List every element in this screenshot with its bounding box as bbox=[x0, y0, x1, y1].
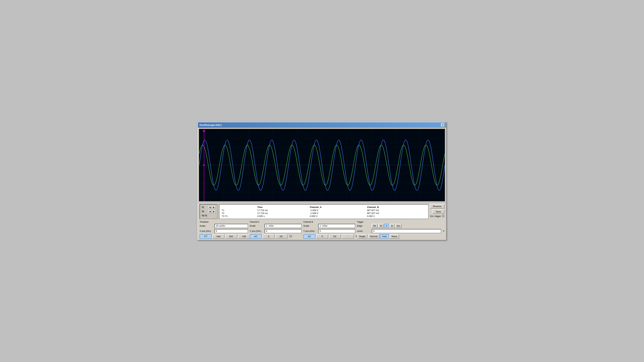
timebase-ba-btn[interactable]: B/A bbox=[225, 234, 237, 239]
cursor-t1-marker bbox=[203, 130, 206, 132]
cursor-t1-label: T1 bbox=[202, 206, 207, 209]
oscilloscope-window: Oscilloscope-XSC1 × T1 ◀ ▶ T2 ◀ ▶ bbox=[198, 122, 446, 240]
col-header-time: Time bbox=[257, 206, 310, 209]
ext-trigger-row: Ext. trigger bbox=[430, 215, 444, 218]
channel-a-scale-label: Scale: bbox=[250, 225, 264, 227]
table-row: T2-T1 0.000 s 0.000 V 0.000 V bbox=[222, 215, 426, 218]
settings-row: Timebase Scale: X pos.(Div): Y/T Add B/A… bbox=[200, 221, 444, 239]
channel-a-ypos-label: Y pos.(Div): bbox=[250, 230, 264, 232]
channel-b-radio[interactable] bbox=[356, 235, 356, 238]
title-bar: Oscilloscope-XSC1 × bbox=[198, 122, 446, 128]
save-button[interactable]: Save bbox=[432, 210, 444, 214]
row-t2t1-chb: 0.000 V bbox=[367, 215, 426, 218]
row-t2-time: 17.716 ms bbox=[257, 212, 310, 215]
channel-a-radio[interactable] bbox=[290, 235, 292, 238]
trigger-auto-btn[interactable]: Auto bbox=[380, 234, 389, 239]
timebase-scale-row: Scale: bbox=[200, 224, 248, 228]
row-t1-chb: 907.927 mV bbox=[367, 209, 426, 212]
oscilloscope-screen bbox=[199, 129, 445, 202]
cursor-t1-left[interactable]: ◀ bbox=[208, 206, 212, 209]
reverse-save-area: Reverse Save Ext. trigger bbox=[430, 204, 444, 219]
measurements-row: T1 ◀ ▶ T2 ◀ ▶ T2-T1 bbox=[200, 204, 444, 219]
channel-a-title: Channel A bbox=[250, 221, 302, 223]
channel-b-scale-row: Scale: bbox=[303, 224, 355, 228]
channel-b-minus-btn[interactable]: - bbox=[342, 234, 354, 239]
trigger-level-label: Level: bbox=[357, 230, 371, 232]
timebase-scale-label: Scale: bbox=[200, 225, 214, 227]
channel-b-title: Channel B bbox=[303, 221, 355, 223]
trigger-edge-falling[interactable]: ∇ bbox=[378, 224, 384, 228]
trigger-edge-rising[interactable]: Ǒ# bbox=[372, 224, 378, 228]
channel-a-scale-input[interactable] bbox=[264, 224, 302, 228]
channel-a-coupling-buttons: AC 0 DC bbox=[250, 234, 302, 239]
table-row: T1 17.716 ms -1.839 V 907.927 mV bbox=[222, 209, 426, 212]
cursor-t2t1-label: T2-T1 bbox=[202, 215, 207, 217]
row-t2-chb: 907.927 mV bbox=[367, 212, 426, 215]
trigger-level-input[interactable] bbox=[372, 229, 441, 233]
window-title: Oscilloscope-XSC1 bbox=[200, 124, 222, 126]
row-t1-cha: -1.839 V bbox=[310, 209, 367, 212]
timebase-section: Timebase Scale: X pos.(Div): Y/T Add B/A… bbox=[200, 221, 248, 239]
trigger-section: Trigger Edge: Ǒ# ∇ A B Ext Level: V Sing… bbox=[357, 221, 444, 239]
table-row: T2 17.716 ms -1.839 V 907.927 mV bbox=[222, 212, 426, 215]
channel-b-ypos-label: Y pos.(Div): bbox=[303, 230, 317, 232]
cursor-t2-marker bbox=[203, 164, 205, 166]
timebase-scale-input[interactable] bbox=[214, 224, 248, 228]
row-t2-label: T2 bbox=[222, 212, 257, 215]
close-button[interactable]: × bbox=[441, 123, 444, 127]
channel-b-dc-btn[interactable]: DC bbox=[329, 234, 341, 239]
channel-a-dc-btn[interactable]: DC bbox=[275, 234, 288, 239]
channel-b-ypos-input[interactable] bbox=[318, 229, 355, 233]
trigger-none-btn[interactable]: None bbox=[390, 234, 399, 239]
cursor-t1-right[interactable]: ▶ bbox=[212, 206, 216, 209]
trigger-edge-b[interactable]: B bbox=[390, 224, 394, 228]
ext-trigger-radio[interactable] bbox=[442, 215, 444, 217]
channel-b-scale-input[interactable] bbox=[318, 224, 355, 228]
row-t2t1-label: T2-T1 bbox=[222, 215, 257, 218]
trigger-edge-row: Edge: Ǒ# ∇ A B Ext bbox=[357, 224, 444, 228]
channel-b-ypos-row: Y pos.(Div): bbox=[303, 229, 355, 233]
channel-b-ac-btn[interactable]: AC bbox=[303, 234, 316, 239]
trigger-level-unit: V bbox=[443, 230, 444, 232]
ext-trigger-label: Ext. trigger bbox=[430, 215, 441, 218]
cursor-t2-arrows: ◀ ▶ bbox=[208, 210, 216, 213]
channel-a-scale-row: Scale: bbox=[250, 224, 302, 228]
col-header-cha: Channel_A bbox=[310, 206, 367, 209]
timebase-xpos-input[interactable] bbox=[214, 229, 248, 233]
row-t2t1-cha: 0.000 V bbox=[310, 215, 367, 218]
channel-b-section: Channel B Scale: Y pos.(Div): AC 0 DC - bbox=[303, 221, 355, 239]
cursor-t2-label: T2 bbox=[202, 210, 207, 213]
row-t2t1-time: 0.000 s bbox=[257, 215, 310, 218]
timebase-yt-btn[interactable]: Y/T bbox=[200, 234, 212, 239]
channel-a-ypos-input[interactable] bbox=[264, 229, 302, 233]
col-header-chb: Channel_B bbox=[367, 206, 426, 209]
trigger-title: Trigger bbox=[357, 221, 444, 223]
channel-a-ypos-row: Y pos.(Div): bbox=[250, 229, 302, 233]
trigger-single-btn[interactable]: Single bbox=[357, 234, 367, 239]
trigger-mode-row: Single Normal Auto None bbox=[357, 234, 444, 239]
cursor-t2-right[interactable]: ▶ bbox=[212, 210, 216, 213]
trigger-edge-a[interactable]: A bbox=[384, 224, 389, 228]
trigger-edge-label: Edge: bbox=[357, 225, 371, 227]
trigger-normal-btn[interactable]: Normal bbox=[368, 234, 380, 239]
timebase-mode-buttons: Y/T Add B/A A/B bbox=[200, 234, 248, 239]
reverse-button[interactable]: Reverse bbox=[430, 204, 444, 209]
row-t2-cha: -1.839 V bbox=[310, 212, 367, 215]
timebase-xpos-label: X pos.(Div): bbox=[200, 230, 214, 232]
trigger-level-row: Level: V bbox=[357, 229, 444, 233]
cursor-t1-arrows: ◀ ▶ bbox=[208, 206, 216, 209]
timebase-add-btn[interactable]: Add bbox=[212, 234, 224, 239]
channel-b-0-btn[interactable]: 0 bbox=[316, 234, 328, 239]
controls-panel: T1 ◀ ▶ T2 ◀ ▶ T2-T1 bbox=[198, 203, 446, 240]
channel-a-ac-btn[interactable]: AC bbox=[250, 234, 262, 239]
timebase-xpos-row: X pos.(Div): bbox=[200, 229, 248, 233]
measurements-table: Time Channel_A Channel_B T1 17.716 ms -1… bbox=[219, 204, 428, 219]
channel-a-0-btn[interactable]: 0 bbox=[262, 234, 274, 239]
col-header-label bbox=[222, 206, 257, 209]
trigger-edge-ext[interactable]: Ext bbox=[395, 224, 402, 228]
row-t1-label: T1 bbox=[222, 209, 257, 212]
channel-a-section: Channel A Scale: Y pos.(Div): AC 0 DC bbox=[250, 221, 302, 239]
cursor-t2-left[interactable]: ◀ bbox=[208, 210, 212, 213]
waveform-canvas bbox=[199, 129, 445, 201]
timebase-ab-btn[interactable]: A/B bbox=[238, 234, 250, 239]
